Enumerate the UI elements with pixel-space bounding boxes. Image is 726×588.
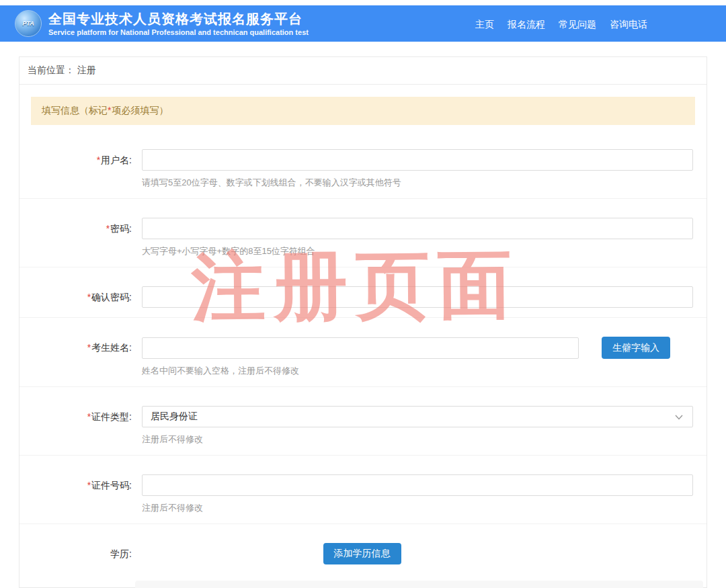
notice-text-after: 项必须填写）	[112, 105, 168, 116]
confirm-password-input[interactable]	[142, 286, 693, 308]
required-star: *	[106, 223, 110, 234]
id-number-input[interactable]	[142, 474, 693, 496]
id-type-label: *证件类型:	[19, 406, 132, 446]
breadcrumb: 当前位置： 注册	[19, 57, 707, 85]
form-row-password: *密码: 大写字母+小写字母+数字的8至15位字符组合	[19, 199, 707, 267]
pta-logo-icon: PTA	[15, 10, 42, 37]
site-subtitle: Service platform for National Profession…	[48, 28, 309, 36]
nav-contact-phone[interactable]: 咨询电话	[610, 19, 647, 31]
notice-text: 填写信息（标记	[42, 105, 108, 116]
candidate-name-label: *考生姓名:	[19, 337, 132, 377]
form-row-confirm-password: *确认密码:	[19, 267, 707, 318]
header: PTA 全国专业技术人员资格考试报名服务平台 Service platform …	[0, 5, 726, 42]
education-label: 学历:	[19, 543, 132, 588]
password-hint: 大写字母+小写字母+数字的8至15位字符组合	[142, 245, 693, 257]
required-star: *	[108, 105, 111, 116]
rare-character-input-button[interactable]: 生僻字输入	[602, 337, 670, 359]
password-input[interactable]	[142, 218, 693, 239]
main-panel: 当前位置： 注册 填写信息（标记*项必须填写） *用户名: 请填写5至20位字母…	[19, 56, 707, 588]
required-star: *	[97, 155, 100, 165]
breadcrumb-prefix: 当前位置：	[28, 65, 75, 75]
form-row-education: 学历: 添加学历信息 序号 *证书编号 *毕业院校 *毕业时间 *所学专业 *学…	[19, 524, 707, 588]
top-nav: 主页 报名流程 常见问题 咨询电话	[475, 19, 647, 31]
chevron-down-icon	[675, 415, 683, 420]
nav-home[interactable]: 主页	[475, 19, 494, 31]
breadcrumb-current: 注册	[77, 65, 96, 75]
password-label: *密码:	[19, 218, 132, 257]
required-star: *	[87, 342, 91, 353]
education-table-header: 序号 *证书编号 *毕业院校 *毕业时间 *所学专业 *学历层次 *培养方式 操…	[135, 581, 703, 588]
username-hint: 请填写5至20位字母、数字或下划线组合，不要输入汉字或其他符号	[142, 177, 693, 189]
candidate-name-input[interactable]	[142, 337, 579, 359]
required-star: *	[87, 480, 91, 491]
nav-faq[interactable]: 常见问题	[559, 19, 596, 31]
id-type-select[interactable]: 居民身份证	[142, 406, 693, 427]
confirm-password-label: *确认密码:	[19, 286, 132, 308]
candidate-name-hint: 姓名中间不要输入空格，注册后不得修改	[142, 365, 693, 377]
id-number-hint: 注册后不得修改	[142, 502, 693, 514]
id-type-hint: 注册后不得修改	[142, 433, 693, 446]
form-row-id-type: *证件类型: 居民身份证 注册后不得修改	[19, 387, 707, 456]
required-star: *	[87, 411, 91, 422]
nav-registration-process[interactable]: 报名流程	[508, 19, 545, 31]
form-row-username: *用户名: 请填写5至20位字母、数字或下划线组合，不要输入汉字或其他符号	[19, 130, 707, 199]
id-type-selected-value: 居民身份证	[151, 411, 198, 423]
username-input[interactable]	[142, 149, 693, 171]
required-star: *	[87, 292, 91, 302]
form-row-candidate-name: *考生姓名: 生僻字输入 姓名中间不要输入空格，注册后不得修改	[19, 318, 707, 387]
username-label: *用户名:	[19, 149, 132, 189]
site-title: 全国专业技术人员资格考试报名服务平台	[48, 11, 309, 27]
id-number-label: *证件号码:	[19, 474, 132, 514]
form-row-id-number: *证件号码: 注册后不得修改	[19, 456, 707, 524]
brand: PTA 全国专业技术人员资格考试报名服务平台 Service platform …	[15, 10, 309, 37]
registration-form: *用户名: 请填写5至20位字母、数字或下划线组合，不要输入汉字或其他符号 *密…	[19, 130, 707, 588]
add-education-button[interactable]: 添加学历信息	[323, 543, 401, 564]
notice-banner: 填写信息（标记*项必须填写）	[31, 97, 695, 125]
